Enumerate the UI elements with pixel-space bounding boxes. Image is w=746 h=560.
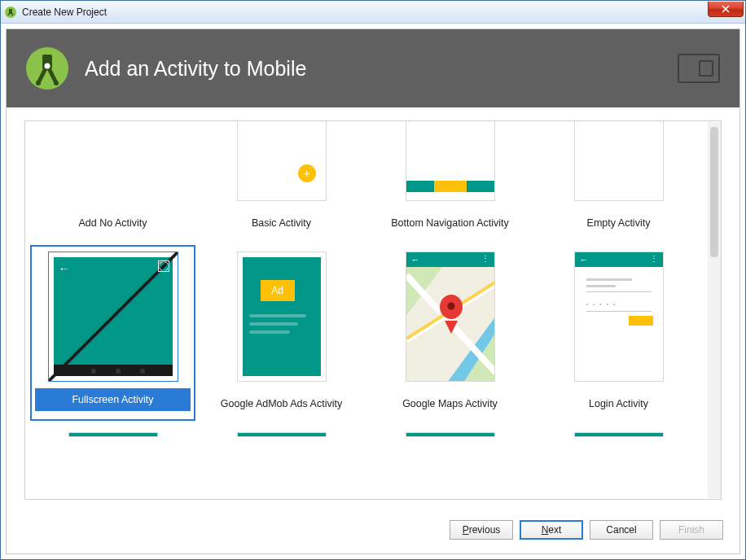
svg-point-5 xyxy=(54,81,59,85)
activity-tile-basic-activity[interactable]: + Basic Activity xyxy=(199,120,364,240)
activity-tile-peek[interactable] xyxy=(536,426,701,442)
gallery-container: Add No Activity + Basic Activity xyxy=(7,107,739,506)
form-factor-icon xyxy=(678,54,720,83)
back-arrow-icon: ← xyxy=(411,255,420,265)
activity-thumb xyxy=(406,120,495,201)
back-arrow-icon: ← xyxy=(59,262,70,275)
activity-label: Fullscreen Activity xyxy=(35,388,191,411)
activity-label: Google Maps Activity xyxy=(402,392,498,416)
close-button[interactable] xyxy=(708,2,744,17)
activity-thumb: ← ⋮ • • • • • xyxy=(574,252,664,382)
activity-label: Bottom Navigation Activity xyxy=(391,211,509,235)
cancel-button[interactable]: Cancel xyxy=(590,520,653,540)
activity-tile-google-maps[interactable]: ← ⋮ xyxy=(367,245,533,421)
fullscreen-icon: ⛶ xyxy=(158,260,169,272)
titlebar: Create New Project xyxy=(1,1,745,24)
android-studio-icon xyxy=(4,6,17,19)
android-studio-logo-icon xyxy=(24,46,70,91)
svg-point-11 xyxy=(447,303,454,310)
activity-tile-google-admob[interactable]: Ad Google AdMob Ads Activity xyxy=(199,245,364,421)
overflow-menu-icon: ⋮ xyxy=(650,254,657,263)
activity-label: Empty Activity xyxy=(587,211,651,235)
activity-thumb xyxy=(68,432,158,437)
activity-label: Add No Activity xyxy=(78,211,147,235)
activity-thumb: ← ⋮ xyxy=(406,252,495,382)
svg-point-4 xyxy=(36,81,41,85)
scrollbar-thumb[interactable] xyxy=(710,127,718,257)
activity-thumb xyxy=(68,120,158,201)
fab-icon: + xyxy=(298,164,316,182)
gallery-scrollbar[interactable] xyxy=(708,122,721,498)
ad-badge: Ad xyxy=(261,280,295,301)
activity-tile-peek[interactable] xyxy=(199,426,364,442)
activity-label: Google AdMob Ads Activity xyxy=(221,392,342,416)
finish-button: Finish xyxy=(660,520,723,540)
activity-label: Login Activity xyxy=(589,392,648,416)
next-button[interactable]: Next xyxy=(520,520,583,540)
wizard-header-title: Add an Activity to Mobile xyxy=(85,57,306,81)
activity-tile-login-activity[interactable]: ← ⋮ • • • • • Login Activity xyxy=(536,245,701,421)
activity-grid: Add No Activity + Basic Activity xyxy=(25,120,706,452)
window-title: Create New Project xyxy=(22,7,107,18)
dialog-window: Create New Project Add an Activity to Mo… xyxy=(0,0,746,560)
activity-label: Basic Activity xyxy=(252,211,311,235)
previous-button[interactable]: Previous xyxy=(450,520,513,540)
back-arrow-icon: ← xyxy=(580,255,589,265)
activity-tile-peek[interactable] xyxy=(367,426,533,442)
overflow-menu-icon: ⋮ xyxy=(481,254,489,263)
activity-thumb xyxy=(406,432,495,437)
activity-tile-peek[interactable] xyxy=(30,426,195,442)
svg-point-6 xyxy=(45,63,50,69)
activity-tile-fullscreen-activity[interactable]: ← ⛶ Fullscreen Activity xyxy=(30,245,195,421)
activity-thumb: + xyxy=(237,120,327,201)
wizard-header: Add an Activity to Mobile xyxy=(7,29,739,107)
activity-thumb xyxy=(237,432,327,437)
map-icon xyxy=(406,267,495,382)
activity-thumb: ← ⛶ xyxy=(48,252,178,382)
activity-thumb xyxy=(574,432,664,437)
close-icon xyxy=(722,5,730,13)
activity-thumb xyxy=(574,120,664,201)
activity-tile-add-no-activity[interactable]: Add No Activity xyxy=(30,120,195,240)
activity-tile-empty-activity[interactable]: Empty Activity xyxy=(536,120,701,240)
wizard-footer: Previous Next Cancel Finish xyxy=(7,506,739,553)
activity-thumb: Ad xyxy=(237,252,327,382)
activity-gallery: Add No Activity + Basic Activity xyxy=(24,120,722,500)
wizard-frame: Add an Activity to Mobile Add No Activit… xyxy=(6,28,740,554)
activity-tile-bottom-navigation[interactable]: Bottom Navigation Activity xyxy=(367,120,533,240)
